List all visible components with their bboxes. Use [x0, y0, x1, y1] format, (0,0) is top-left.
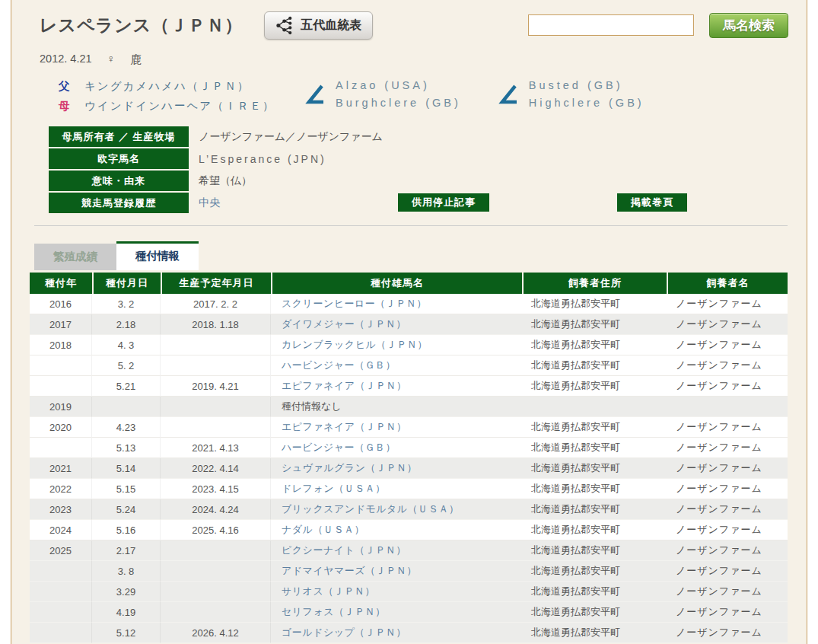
cell-due: 2021. 4.13 — [161, 438, 271, 458]
stallion-link[interactable]: ピクシーナイト（ＪＰＮ） — [282, 544, 406, 556]
column-header: 種付雄馬名 — [271, 273, 522, 294]
column-header: 飼養者住所 — [522, 273, 667, 294]
cell-stallion: エピファネイア（ＪＰＮ） — [271, 417, 522, 438]
cell-stallion: ピクシーナイト（ＪＰＮ） — [271, 540, 522, 561]
cell-address: 北海道勇払郡安平町 — [522, 479, 667, 499]
info-row-label: 欧字馬名 — [49, 148, 189, 169]
stallion-link[interactable]: ダイワメジャー（ＪＰＮ） — [282, 318, 406, 330]
cell-address: 北海道勇払郡安平町 — [522, 561, 667, 582]
cell-date — [92, 397, 161, 417]
cell-address: 北海道勇払郡安平町 — [522, 540, 667, 561]
stallion-link[interactable]: ナダル（ＵＳＡ） — [282, 524, 364, 535]
cell-stallion: スクリーンヒーロー（ＪＰＮ） — [271, 294, 522, 314]
stallion-link[interactable]: ハービンジャー（ＧＢ） — [282, 442, 396, 453]
table-row: 3.29サリオス（ＪＰＮ）北海道勇払郡安平町ノーザンファーム — [30, 582, 788, 602]
breeding-table-header-row: 種付年種付月日生産予定年月日種付雄馬名飼養者住所飼養者名 — [30, 273, 788, 294]
damsire-names: Alzao (USA) Burghclere (GB) — [336, 79, 461, 109]
stallion-link[interactable]: ハービンジャー（ＧＢ） — [282, 359, 396, 371]
cell-address: 北海道勇払郡安平町 — [522, 520, 667, 540]
info-row: 欧字馬名 L’Esperance (JPN) — [49, 148, 788, 169]
cell-date: 5.24 — [92, 499, 161, 520]
table-row: 3. 8アドマイヤマーズ（ＪＰＮ）北海道勇払郡安平町ノーザンファーム — [30, 561, 788, 582]
cell-farm: ノーザンファーム — [667, 540, 788, 561]
stallion-link[interactable]: エピファネイア（ＪＰＮ） — [282, 380, 406, 391]
sire-name-link[interactable]: キングカメハメハ（ＪＰＮ） — [84, 79, 291, 94]
cell-due: 2019. 4.21 — [161, 376, 271, 397]
cell-due: 2023. 4.15 — [161, 479, 271, 499]
cell-year: 2017 — [30, 314, 92, 335]
cell-stallion: ブリックスアンドモルタル（ＵＳＡ） — [271, 499, 522, 520]
info-row-label: 母馬所有者 ／ 生産牧場 — [49, 126, 189, 147]
sire-label: 父 — [59, 79, 75, 94]
cell-year: 2023 — [30, 499, 92, 520]
cell-address: 北海道勇払郡安平町 — [522, 417, 667, 438]
info-row-value[interactable]: 中央 — [199, 196, 220, 210]
stallion-link[interactable]: エピファネイア（ＪＰＮ） — [282, 421, 406, 432]
cell-due: 2026. 4.12 — [161, 623, 271, 643]
cell-farm — [667, 397, 788, 417]
pedigree-row: 父 キングカメハメハ（ＪＰＮ） 母 ウインドインハーヘア（ＩＲＥ） Alzao … — [40, 79, 788, 113]
title-row: レスペランス（ＪＰＮ） 五代血統表 — [40, 9, 788, 41]
cell-farm: ノーザンファーム — [667, 438, 788, 458]
info-row-value: L’Esperance (JPN) — [199, 153, 326, 165]
cell-farm: ノーザンファーム — [667, 623, 788, 643]
cell-date: 5. 2 — [92, 355, 161, 376]
stallion-link[interactable]: ゴールドシップ（ＪＰＮ） — [282, 626, 406, 638]
service-stop-article-button[interactable]: 供用停止記事 — [398, 193, 489, 212]
stallion-link[interactable]: シュヴァルグラン（ＪＰＮ） — [282, 462, 417, 473]
cell-date: 4.19 — [92, 602, 161, 623]
stallion-link[interactable]: ブリックスアンドモルタル（ＵＳＡ） — [282, 503, 459, 515]
cell-farm: ノーザンファーム — [667, 561, 788, 582]
cell-stallion: エピファネイア（ＪＰＮ） — [271, 376, 522, 397]
stallion-link[interactable]: カレンブラックヒル（ＪＰＮ） — [282, 339, 428, 350]
damsire-name: Alzao (USA) — [336, 79, 461, 91]
stallion-link[interactable]: アドマイヤマーズ（ＪＰＮ） — [282, 565, 417, 576]
sex-symbol: ♀ — [107, 53, 116, 67]
tab-0[interactable]: 繁殖成績 — [34, 244, 116, 270]
cell-year: 2021 — [30, 458, 92, 479]
horse-name-search-button[interactable]: 馬名検索 — [709, 13, 788, 38]
cell-farm: ノーザンファーム — [667, 417, 788, 438]
column-header: 種付月日 — [92, 273, 161, 294]
cell-due — [161, 397, 271, 417]
dam-label: 母 — [59, 99, 75, 113]
cell-farm: ノーザンファーム — [667, 335, 788, 355]
cell-stallion: セリフォス（ＪＰＮ） — [271, 602, 522, 623]
table-row: 20204.23エピファネイア（ＪＰＮ）北海道勇払郡安平町ノーザンファーム — [30, 417, 788, 438]
cell-date: 3.29 — [92, 582, 161, 602]
cell-stallion: カレンブラックヒル（ＪＰＮ） — [271, 335, 522, 355]
cell-date: 5.12 — [92, 623, 161, 643]
cell-address: 北海道勇払郡安平町 — [522, 499, 667, 520]
cell-address: 北海道勇払郡安平町 — [522, 355, 667, 376]
cell-year: 2022 — [30, 479, 92, 499]
stallion-link[interactable]: サリオス（ＪＰＮ） — [282, 585, 375, 597]
cell-address: 北海道勇払郡安平町 — [522, 314, 667, 335]
parents-block: 父 キングカメハメハ（ＪＰＮ） 母 ウインドインハーヘア（ＩＲＥ） — [59, 79, 291, 113]
cell-date: 4. 3 — [92, 335, 161, 355]
cell-address: 北海道勇払郡安平町 — [522, 623, 667, 643]
stallion-link[interactable]: セリフォス（ＪＰＮ） — [282, 606, 386, 617]
table-row: 5.122026. 4.12ゴールドシップ（ＪＰＮ）北海道勇払郡安平町ノーザンフ… — [30, 623, 788, 643]
breeding-table: 種付年種付月日生産予定年月日種付雄馬名飼養者住所飼養者名 20163. 2201… — [30, 273, 788, 643]
info-row: 意味・由来 希望（仏） — [49, 171, 788, 191]
page-container: レスペランス（ＪＰＮ） 五代血統表 — [11, 0, 807, 644]
damsire-dam-name: Burghclere (GB) — [336, 97, 461, 109]
tab-1[interactable]: 種付情報 — [116, 241, 199, 270]
section-divider — [34, 225, 788, 226]
cell-stallion: サリオス（ＪＰＮ） — [271, 582, 522, 602]
pedigree-table-button[interactable]: 五代血統表 — [264, 11, 373, 40]
stallion-link[interactable]: ドレフォン（ＵＳＡ） — [282, 483, 386, 494]
cell-date: 5.13 — [92, 438, 161, 458]
granddam-group: Busted (GB) Highclere (GB) — [498, 79, 645, 109]
column-header: 生産予定年月日 — [161, 273, 271, 294]
published-page-button[interactable]: 掲載巻頁 — [617, 193, 687, 212]
cell-year: 2018 — [30, 335, 92, 355]
tabs: 繁殖成績種付情報 — [34, 240, 788, 270]
stallion-link[interactable]: スクリーンヒーロー（ＪＰＮ） — [282, 298, 427, 309]
cell-year: 2020 — [30, 417, 92, 438]
dam-name-link[interactable]: ウインドインハーヘア（ＩＲＥ） — [84, 99, 291, 113]
cell-due: 2017. 2. 2 — [161, 294, 271, 314]
cell-stallion: アドマイヤマーズ（ＪＰＮ） — [271, 561, 522, 582]
horse-name-search-input[interactable] — [528, 14, 694, 36]
cell-farm: ノーザンファーム — [667, 314, 788, 335]
